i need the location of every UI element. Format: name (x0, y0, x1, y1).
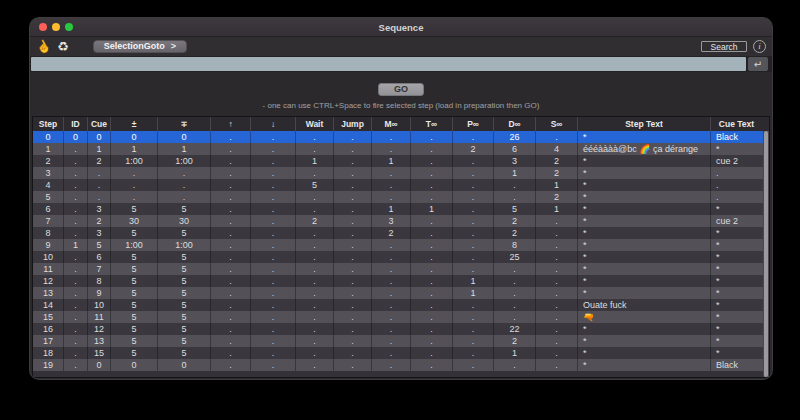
table-row[interactable]: 00000.......26.*Black (33, 131, 769, 143)
table-row[interactable]: 5............2*. (33, 191, 769, 203)
table-cell: 1 (88, 143, 111, 155)
table-cell: . (334, 143, 372, 155)
table-cell: . (711, 179, 762, 191)
table-cell: . (453, 251, 494, 263)
table-cell: . (453, 131, 494, 143)
table-cell: 5 (111, 227, 158, 239)
table-cell: . (494, 299, 536, 311)
table-cell: . (411, 275, 453, 287)
titlebar: Sequence (30, 18, 772, 37)
table-cell: . (251, 311, 296, 323)
recycle-icon[interactable]: ♻ (57, 41, 69, 53)
table-row[interactable]: 15.1155.........🔫* (33, 311, 769, 323)
table-cell: . (64, 299, 88, 311)
table-cell: . (296, 335, 334, 347)
table-cell: 5 (111, 347, 158, 359)
table-cell: * (711, 287, 762, 299)
table-row[interactable]: 7.23030..2.3..2.*cue 2 (33, 215, 769, 227)
table-cell: . (453, 347, 494, 359)
column-header: T∞ (411, 117, 453, 131)
table-cell: . (494, 275, 536, 287)
table-cell: . (64, 215, 88, 227)
table-cell: . (411, 179, 453, 191)
table-cell: . (158, 191, 211, 203)
table-cell: . (64, 155, 88, 167)
table-cell: . (296, 167, 334, 179)
table-cell: 5 (158, 299, 211, 311)
table-cell: * (578, 167, 711, 179)
table-row[interactable]: 17.1355.......2.** (33, 335, 769, 347)
table-cell: . (334, 131, 372, 143)
info-icon[interactable]: i (753, 40, 766, 53)
table-cell: * (578, 179, 711, 191)
table-cell: 2 (494, 335, 536, 347)
table-row[interactable]: 12.855......1..** (33, 275, 769, 287)
table-cell: . (64, 275, 88, 287)
table-cell: 6 (33, 203, 64, 215)
table-cell: . (296, 239, 334, 251)
vertical-scrollbar[interactable] (763, 131, 769, 377)
table-cell: . (334, 215, 372, 227)
table-row[interactable]: 16.1255.......22.** (33, 323, 769, 335)
column-header: S∞ (536, 117, 578, 131)
table-cell: . (334, 359, 372, 371)
table-row[interactable]: 14.1055.........Ouate fuck* (33, 299, 769, 311)
table-cell: * (711, 251, 762, 263)
return-key-icon[interactable]: ↵ (748, 57, 768, 71)
table-cell: . (411, 239, 453, 251)
table-cell: . (64, 359, 88, 371)
scrollbar-thumb[interactable] (764, 131, 768, 377)
table-row[interactable]: 9151:001:00.......8.** (33, 239, 769, 251)
table-cell: . (211, 263, 251, 275)
table-row[interactable]: 18.1555.......1.** (33, 347, 769, 359)
selection-goto-button[interactable]: SelectionGoto > (93, 40, 187, 53)
table-row[interactable]: 19.000.........*Black (33, 359, 769, 371)
table-cell: 5 (158, 203, 211, 215)
table-cell: * (711, 323, 762, 335)
search-button[interactable]: Search (701, 41, 747, 52)
table-cell: . (64, 203, 88, 215)
table-cell: 1 (111, 143, 158, 155)
table-row[interactable]: 2.21:001:00..1.1..32*cue 2 (33, 155, 769, 167)
table-cell: 1:00 (158, 239, 211, 251)
table-cell: . (536, 263, 578, 275)
column-header: Step Text (578, 117, 711, 131)
table-cell: . (211, 227, 251, 239)
table-cell: cue 2 (711, 155, 762, 167)
table-cell: 1 (453, 275, 494, 287)
table-cell: . (453, 299, 494, 311)
table-cell: . (88, 191, 111, 203)
table-cell: * (578, 251, 711, 263)
table-cell: Black (711, 131, 762, 143)
table-row[interactable]: 1.111......264éééàààà@bc 🌈 ça dérange* (33, 143, 769, 155)
table-cell: 8 (88, 275, 111, 287)
table-row[interactable]: 4......5.....1*. (33, 179, 769, 191)
table-cell: 0 (88, 131, 111, 143)
table-row[interactable]: 13.955......1..** (33, 287, 769, 299)
table-cell: 5 (88, 239, 111, 251)
table-row[interactable]: 6.355....11.51** (33, 203, 769, 215)
table-row[interactable]: 10.655.......25.** (33, 251, 769, 263)
table-row[interactable]: 3...........12*. (33, 167, 769, 179)
go-button[interactable]: GO (378, 83, 424, 96)
table-cell: 5 (158, 275, 211, 287)
column-header: Cue (88, 117, 111, 131)
hand-pointer-icon[interactable]: ☝ (34, 38, 53, 56)
table-cell: 1 (494, 167, 536, 179)
table-cell: . (251, 215, 296, 227)
table-cell: . (251, 299, 296, 311)
table-cell: * (711, 239, 762, 251)
table-cell: * (711, 311, 762, 323)
table-cell: . (211, 143, 251, 155)
table-cell: 30 (158, 215, 211, 227)
table-cell: . (88, 167, 111, 179)
table-cell: * (578, 215, 711, 227)
table-row[interactable]: 8.355....2..2.** (33, 227, 769, 239)
table-cell: . (536, 287, 578, 299)
table-row[interactable]: 11.755.........** (33, 263, 769, 275)
table-cell: . (64, 323, 88, 335)
table-cell: . (334, 323, 372, 335)
table-cell: . (536, 323, 578, 335)
command-input[interactable] (31, 57, 746, 71)
table-cell: 2 (453, 143, 494, 155)
